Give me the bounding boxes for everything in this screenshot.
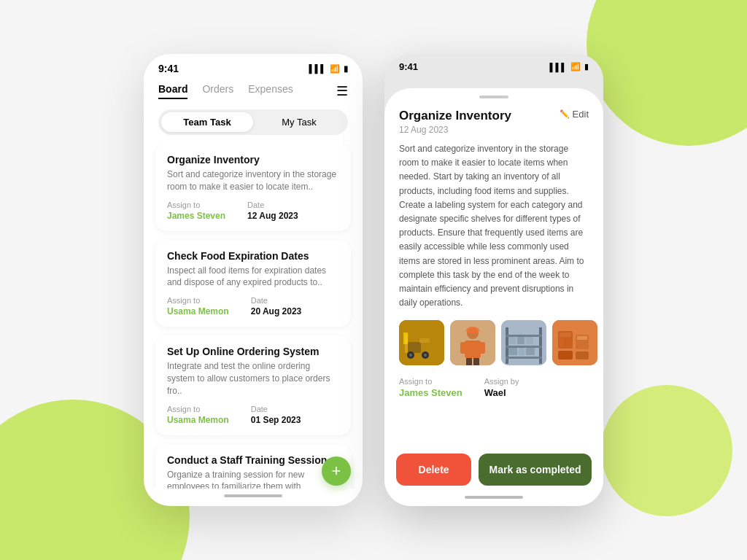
phone-right: 9:41 ▌▌▌ 📶 ▮ Organize Inventory ✏️ Edit — [384, 54, 603, 506]
task-meta-2: Assign to Usama Memon Date 20 Aug 2023 — [167, 296, 339, 316]
svg-rect-21 — [506, 346, 542, 348]
delete-button[interactable]: Delete — [396, 454, 471, 486]
svg-rect-26 — [508, 348, 517, 355]
task-card-3[interactable]: Set Up Online Ordering System Integrate … — [155, 335, 351, 435]
nav-tabs: Board Orders Expenses — [158, 83, 293, 99]
signal-icon-right: ▌▌▌ — [550, 63, 567, 71]
svg-rect-36 — [560, 338, 564, 347]
complete-button[interactable]: Mark as completed — [479, 454, 592, 486]
svg-rect-8 — [403, 332, 408, 344]
svg-rect-27 — [519, 348, 525, 355]
svg-rect-14 — [466, 358, 472, 365]
battery-icon: ▮ — [344, 64, 348, 74]
svg-rect-22 — [506, 357, 542, 359]
hamburger-icon[interactable]: ☰ — [336, 83, 348, 99]
task-card-1[interactable]: Organize Inventory Sort and categorize i… — [155, 144, 351, 231]
svg-rect-34 — [558, 351, 573, 359]
svg-rect-35 — [576, 351, 589, 359]
svg-rect-23 — [508, 337, 516, 344]
assign-to-block: Assign to James Steven — [399, 377, 462, 398]
worker-image — [450, 320, 495, 365]
forklift-image — [399, 320, 444, 365]
detail-image-1 — [399, 320, 444, 365]
detail-panel: Organize Inventory ✏️ Edit 12 Aug 2023 S… — [384, 88, 603, 506]
svg-rect-31 — [560, 332, 571, 337]
svg-rect-1 — [406, 342, 421, 353]
task-assign-2: Assign to Usama Memon — [167, 296, 229, 316]
detail-image-2 — [450, 320, 495, 365]
detail-header: Organize Inventory ✏️ Edit — [399, 109, 589, 123]
svg-rect-15 — [473, 358, 479, 365]
task-toggle[interactable]: Team Task My Task — [158, 109, 348, 135]
shelves-image — [501, 320, 546, 365]
edit-button[interactable]: ✏️ Edit — [560, 109, 589, 120]
task-desc-1: Sort and categorize inventory in the sto… — [167, 168, 339, 193]
toggle-my-task[interactable]: My Task — [253, 112, 345, 132]
svg-rect-24 — [517, 337, 525, 344]
svg-point-7 — [424, 354, 427, 357]
task-card-4[interactable]: Conduct a Staff Training Session Organiz… — [155, 444, 351, 489]
detail-assign-row: Assign to James Steven Assign by Wael — [399, 377, 589, 398]
assign-to-label: Assign to — [399, 377, 462, 386]
tasks-list: Organize Inventory Sort and categorize i… — [144, 144, 363, 489]
home-indicator-right — [384, 491, 603, 506]
products-image — [552, 320, 597, 365]
task-title-4: Conduct a Staff Training Session — [167, 454, 339, 466]
status-time-left: 9:41 — [158, 63, 179, 74]
home-indicator-left — [144, 489, 363, 506]
status-icons-right: ▌▌▌ 📶 ▮ — [550, 62, 589, 71]
svg-rect-20 — [506, 335, 542, 337]
tab-board[interactable]: Board — [158, 83, 187, 99]
drag-bar — [479, 96, 508, 98]
task-date-2: Date 20 Aug 2023 — [251, 296, 302, 316]
assign-by-block: Assign by Wael — [484, 377, 519, 398]
tab-expenses[interactable]: Expenses — [248, 83, 293, 99]
status-icons-left: ▌▌▌ 📶 ▮ — [309, 64, 348, 74]
task-meta-3: Assign to Usama Memon Date 01 Sep 2023 — [167, 405, 339, 425]
svg-rect-33 — [577, 336, 587, 340]
task-title-2: Check Food Expiration Dates — [167, 250, 339, 262]
phone-left: 9:41 ▌▌▌ 📶 ▮ Board Orders Expenses ☰ Tea… — [144, 54, 363, 506]
task-desc-3: Integrate and test the online ordering s… — [167, 360, 339, 397]
task-assign-3: Assign to Usama Memon — [167, 405, 229, 425]
svg-rect-12 — [460, 342, 466, 354]
edit-label: Edit — [573, 109, 589, 120]
task-desc-4: Organize a training session for new empl… — [167, 469, 339, 489]
fab-plus-icon: + — [332, 462, 341, 481]
edit-icon: ✏️ — [560, 109, 570, 119]
detail-date: 12 Aug 2023 — [399, 125, 589, 135]
detail-image-4 — [552, 320, 597, 365]
drag-handle — [384, 88, 603, 103]
task-date-3: Date 01 Sep 2023 — [251, 405, 301, 425]
task-title-1: Organize Inventory — [167, 154, 339, 166]
detail-actions: Delete Mark as completed — [384, 445, 603, 491]
detail-title: Organize Inventory — [399, 109, 511, 123]
task-meta-1: Assign to James Steven Date 12 Aug 2023 — [167, 201, 339, 221]
toggle-team-task[interactable]: Team Task — [161, 112, 253, 132]
tab-orders[interactable]: Orders — [202, 83, 233, 99]
main-container: 9:41 ▌▌▌ 📶 ▮ Board Orders Expenses ☰ Tea… — [0, 0, 747, 560]
svg-rect-13 — [479, 342, 485, 354]
wifi-icon-right: 📶 — [570, 62, 581, 71]
detail-content: Organize Inventory ✏️ Edit 12 Aug 2023 S… — [384, 103, 603, 445]
task-title-3: Set Up Online Ordering System — [167, 346, 339, 357]
svg-point-16 — [466, 327, 479, 334]
task-date-1: Date 12 Aug 2023 — [247, 201, 298, 221]
svg-rect-3 — [419, 338, 430, 343]
task-desc-2: Inspect all food items for expiration da… — [167, 265, 339, 289]
svg-rect-28 — [526, 348, 535, 355]
home-bar-left — [224, 494, 282, 497]
task-assign-1: Assign to James Steven — [167, 201, 225, 221]
home-bar-right — [465, 496, 523, 499]
status-bar-left: 9:41 ▌▌▌ 📶 ▮ — [144, 54, 363, 80]
assign-to-value: James Steven — [399, 387, 462, 398]
svg-point-5 — [409, 354, 412, 357]
task-card-2[interactable]: Check Food Expiration Dates Inspect all … — [155, 240, 351, 327]
detail-image-3 — [501, 320, 546, 365]
status-time-right: 9:41 — [399, 61, 418, 72]
phone-nav: Board Orders Expenses ☰ — [144, 80, 363, 106]
fab-add-button[interactable]: + — [322, 456, 351, 486]
battery-icon-right: ▮ — [584, 62, 589, 71]
signal-icon: ▌▌▌ — [309, 64, 326, 73]
wifi-icon: 📶 — [330, 64, 340, 74]
